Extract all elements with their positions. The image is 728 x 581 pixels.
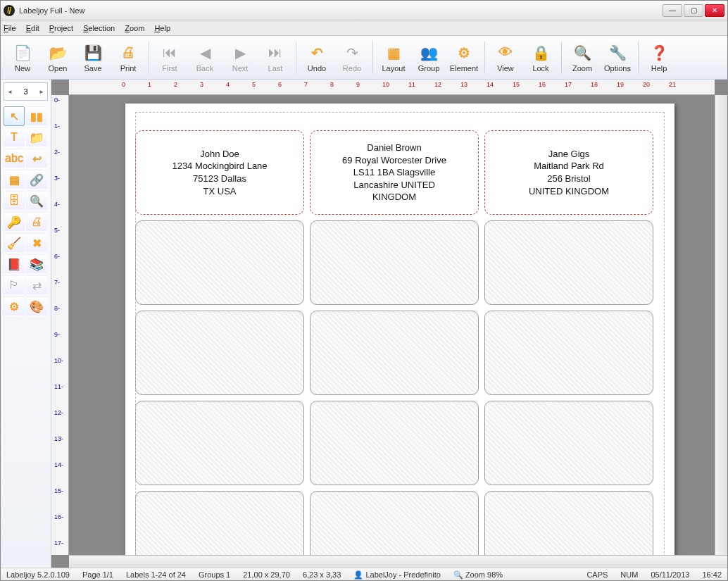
redo-button[interactable]: ↷Redo — [334, 38, 370, 77]
wrap-tool[interactable]: ↩ — [26, 149, 47, 168]
text-tool[interactable]: T — [4, 127, 25, 147]
first-button[interactable]: ⏮First — [152, 38, 187, 77]
help-button[interactable]: ❓Help — [641, 38, 677, 77]
open-icon: 📂 — [48, 43, 68, 63]
gear-tool[interactable]: ⚙ — [4, 296, 25, 316]
book-tool[interactable]: 📕 — [4, 254, 25, 274]
menu-edit[interactable]: Edit — [26, 24, 39, 32]
db-tool[interactable]: 🗄 — [4, 191, 25, 211]
toolbar-separator — [638, 42, 639, 74]
label-cell[interactable]: John Doe 1234 Mockingbird Lane 75123 Dal… — [135, 130, 304, 215]
save-button[interactable]: 💾Save — [75, 38, 111, 77]
new-label: New — [15, 64, 30, 73]
canvas[interactable]: 0123456789101112131415161718192021 0-1-2… — [51, 80, 727, 568]
page-next-icon[interactable]: ► — [36, 89, 47, 95]
database-icon: 🗄 — [8, 194, 20, 207]
folder-tool[interactable]: 📁 — [26, 127, 47, 147]
flag-tool[interactable]: 🏳 — [4, 275, 25, 295]
toolbar-separator — [149, 42, 149, 74]
menu-selection[interactable]: Selection — [83, 24, 115, 32]
menu-project[interactable]: Project — [49, 24, 73, 32]
statusbar: Labeljoy 5.2.0.109 Page 1/1 Labels 1-24 … — [1, 568, 727, 581]
save-icon: 💾 — [83, 43, 103, 63]
label-cell[interactable]: Jane Gigs Maitland Park Rd 256 Bristol U… — [484, 130, 653, 215]
element-label: Element — [450, 64, 478, 73]
label-grid: John Doe 1234 Mockingbird Lane 75123 Dal… — [135, 130, 665, 568]
zoom-button[interactable]: 🔍Zoom — [565, 38, 600, 77]
search-tool[interactable]: 🔍 — [26, 191, 47, 211]
layout-label: Layout — [382, 64, 405, 73]
new-button[interactable]: 📄New — [5, 38, 40, 77]
pointer-tool[interactable]: ↖ — [4, 106, 25, 126]
print-button[interactable]: 🖨Print — [111, 38, 146, 77]
label-cell[interactable] — [310, 401, 479, 485]
horizontal-ruler: 0123456789101112131415161718192021 — [69, 80, 715, 95]
label-cell[interactable] — [135, 311, 304, 395]
palette-tool[interactable]: 🎨 — [26, 296, 47, 316]
print-icon: 🖨 — [118, 43, 138, 63]
status-num: NUM — [620, 570, 638, 579]
abc-tool[interactable]: abc — [4, 149, 25, 168]
group-button[interactable]: 👥Group — [411, 38, 446, 77]
label-cell[interactable] — [484, 220, 653, 305]
close-button[interactable]: ✕ — [705, 4, 724, 17]
book-icon: 📕 — [7, 258, 21, 271]
abc-icon: abc — [5, 152, 23, 165]
label-cell[interactable] — [135, 401, 304, 485]
page-prev-icon[interactable]: ◄ — [4, 89, 15, 95]
maximize-button[interactable]: ▢ — [684, 4, 703, 17]
help-icon: ❓ — [649, 43, 669, 63]
element-icon: ⚙ — [454, 43, 474, 63]
label-cell[interactable] — [484, 401, 653, 485]
redo-label: Redo — [343, 64, 361, 73]
label-cell[interactable] — [310, 220, 479, 305]
options-button[interactable]: 🔧Options — [600, 38, 635, 77]
move-tool[interactable]: ⇄ — [26, 275, 47, 295]
erase-tool[interactable]: 🧹 — [4, 233, 25, 253]
layout-tool-icon: ▦ — [9, 173, 20, 187]
layout-button[interactable]: ▦Layout — [376, 38, 411, 77]
view-button[interactable]: 👁View — [488, 38, 523, 77]
last-button[interactable]: ⏭Last — [258, 38, 293, 77]
books-tool[interactable]: 📚 — [26, 254, 47, 274]
vertical-scrollbar[interactable] — [715, 95, 727, 555]
lock-button[interactable]: 🔒Lock — [523, 38, 558, 77]
menu-help[interactable]: Help — [154, 24, 170, 32]
horizontal-scrollbar[interactable] — [69, 555, 727, 568]
delete-tool[interactable]: ✖ — [26, 233, 47, 253]
options-icon: 🔧 — [608, 43, 627, 63]
next-button[interactable]: ▶Next — [222, 38, 258, 77]
element-button[interactable]: ⚙Element — [446, 38, 482, 77]
label-cell[interactable] — [484, 311, 653, 395]
menu-zoom[interactable]: Zoom — [125, 24, 144, 32]
open-button[interactable]: 📂Open — [40, 38, 75, 77]
barcode-tool[interactable]: ▮▮ — [26, 106, 47, 126]
minimize-button[interactable]: — — [663, 4, 682, 17]
menu-file[interactable]: File — [4, 24, 16, 32]
help-label: Help — [651, 64, 667, 73]
group-label: Group — [418, 64, 440, 73]
page-selector[interactable]: ◄ 3 ► — [4, 82, 48, 101]
back-label: Back — [196, 64, 213, 73]
back-icon: ◀ — [195, 43, 215, 63]
undo-icon: ↶ — [307, 43, 327, 63]
tool-palette: ↖ ▮▮ T 📁 abc ↩ ▦ 🔗 🗄 🔍 🔑 🖨 🧹 ✖ 📕 📚 🏳 ⇄ ⚙… — [1, 104, 51, 319]
back-button[interactable]: ◀Back — [187, 38, 222, 77]
link-tool[interactable]: 🔗 — [26, 170, 47, 189]
undo-button[interactable]: ↶Undo — [299, 38, 334, 77]
toolbar: 📄New 📂Open 💾Save 🖨Print ⏮First ◀Back ▶Ne… — [1, 36, 727, 80]
key-tool[interactable]: 🔑 — [4, 212, 25, 232]
label-cell[interactable] — [310, 311, 479, 395]
menubar: File Edit Project Selection Zoom Help — [1, 20, 727, 36]
print-tool[interactable]: 🖨 — [26, 212, 47, 232]
options-label: Options — [604, 64, 631, 73]
gear-icon: ⚙ — [9, 300, 19, 313]
label-cell[interactable]: Daniel Brown 69 Royal Worcester Drive LS… — [310, 130, 479, 215]
search-icon: 🔍 — [30, 194, 44, 208]
titlebar: lj Labeljoy Full - New — ▢ ✕ — [1, 1, 727, 20]
label-cell[interactable] — [135, 220, 304, 305]
status-date: 05/11/2013 — [651, 570, 689, 579]
status-cell: 6,23 x 3,33 — [303, 570, 341, 579]
layout-tool[interactable]: ▦ — [4, 170, 25, 189]
status-profile: 👤 LabelJoy - Predefinito — [353, 570, 440, 580]
